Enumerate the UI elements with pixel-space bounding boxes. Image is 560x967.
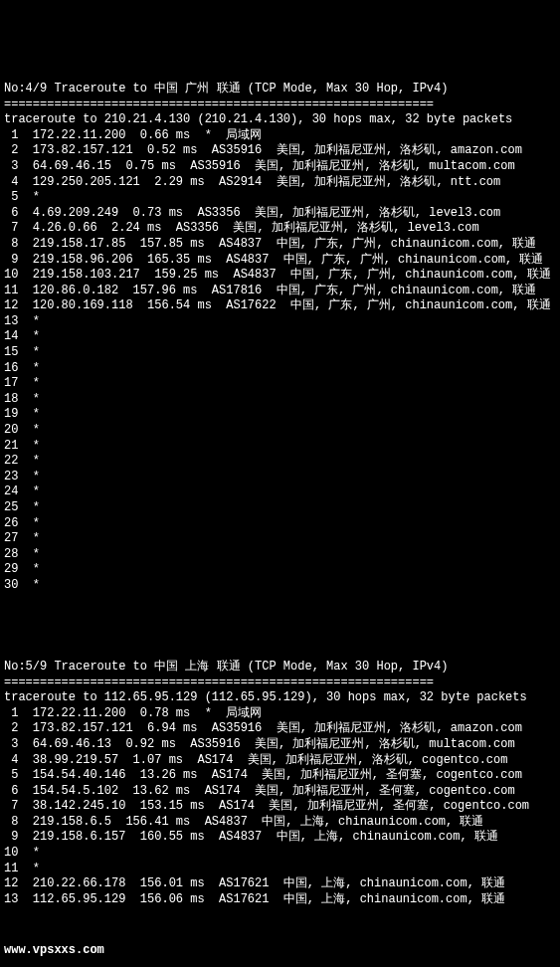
- trace-divider: ========================================…: [4, 676, 434, 689]
- trace-cmd: traceroute to 210.21.4.130 (210.21.4.130…: [4, 112, 512, 126]
- trace-cmd: traceroute to 112.65.95.129 (112.65.95.1…: [4, 690, 527, 704]
- trace-divider: ========================================…: [4, 97, 434, 111]
- traceroute-block-5: No:5/9 Traceroute to 中国 上海 联通 (TCP Mode,…: [4, 644, 556, 923]
- site-url: www.vpsxxs.com: [4, 943, 104, 957]
- traceroute-block-4: No:4/9 Traceroute to 中国 广州 联通 (TCP Mode,…: [4, 66, 556, 609]
- trace-hops: 1 172.22.11.200 0.78 ms * 局域网 2 173.82.1…: [4, 706, 556, 908]
- trace-header: No:5/9 Traceroute to 中国 上海 联通 (TCP Mode,…: [4, 660, 448, 674]
- traceroute-block-6: No:6/9 Traceroute to 中国 北京 联通 (TCP Mode,…: [4, 958, 556, 967]
- trace-header: No:4/9 Traceroute to 中国 广州 联通 (TCP Mode,…: [4, 82, 448, 96]
- trace-hops: 1 172.22.11.200 0.66 ms * 局域网 2 173.82.1…: [4, 128, 556, 594]
